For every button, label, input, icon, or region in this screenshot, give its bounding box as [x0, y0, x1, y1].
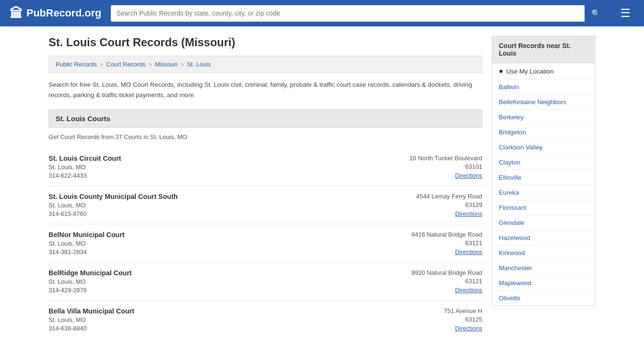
search-icon: 🔍: [591, 9, 601, 17]
court-address: 751 Avenue H 63125 Directions: [374, 307, 482, 332]
court-address: 8416 Natural Bridge Road 63121 Direction…: [374, 231, 482, 255]
court-zip: 63101: [374, 163, 482, 170]
court-street: 8920 Natural Bridge Road: [374, 269, 482, 276]
directions-link[interactable]: Directions: [455, 325, 482, 332]
court-phone: 314-615-8760: [49, 210, 374, 217]
sidebar-use-location[interactable]: ● Use My Location: [492, 63, 595, 80]
sidebar-item[interactable]: Manchester: [492, 261, 595, 276]
directions-link[interactable]: Directions: [455, 210, 482, 217]
sidebar-list: ● Use My Location BallwinBellefontaine N…: [492, 63, 595, 306]
court-zip: 63129: [374, 201, 482, 208]
sidebar-item[interactable]: Bridgeton: [492, 125, 595, 140]
court-directions: Directions: [374, 286, 482, 294]
directions-link[interactable]: Directions: [455, 287, 482, 294]
search-bar: 🔍: [111, 5, 607, 22]
sidebar-item[interactable]: Ballwin: [492, 80, 595, 95]
court-info: St. Louis Circuit Court St. Louis, MO 31…: [49, 155, 374, 179]
court-record: St. Louis County Municipal Court South S…: [49, 186, 482, 224]
sidebar-item[interactable]: Florissant: [492, 200, 595, 215]
sidebar-item[interactable]: Maplewood: [492, 276, 595, 291]
court-info: St. Louis County Municipal Court South S…: [49, 193, 374, 217]
court-record: St. Louis Circuit Court St. Louis, MO 31…: [49, 148, 482, 186]
court-city: St. Louis, MO: [49, 202, 374, 209]
courts-list: St. Louis Circuit Court St. Louis, MO 31…: [49, 148, 482, 338]
breadcrumb-court-records[interactable]: Court Records: [106, 61, 146, 68]
court-city: St. Louis, MO: [49, 240, 374, 247]
sidebar-item[interactable]: Clarkson Valley: [492, 140, 595, 155]
sidebar-header: Court Records near St. Louis: [492, 36, 595, 63]
courts-count: Get Court Records from 37 Courts in St. …: [49, 133, 482, 140]
court-city: St. Louis, MO: [49, 278, 374, 285]
court-zip: 63121: [374, 278, 482, 285]
menu-icon[interactable]: ☰: [617, 5, 635, 22]
logo-text: PubRecord.org: [26, 7, 101, 19]
description: Search for free St. Louis, MO Court Reco…: [49, 80, 482, 100]
court-city: St. Louis, MO: [49, 164, 374, 171]
court-name: St. Louis Circuit Court: [49, 155, 374, 162]
sidebar: Court Records near St. Louis ● Use My Lo…: [492, 36, 595, 338]
court-record: BelRidge Municipal Court St. Louis, MO 3…: [49, 263, 482, 301]
court-name: BelNor Municipal Court: [49, 231, 374, 239]
location-icon: ●: [499, 67, 504, 75]
search-button[interactable]: 🔍: [585, 5, 607, 22]
court-directions: Directions: [374, 210, 482, 217]
court-info: Bella Villa Municipal Court St. Louis, M…: [49, 307, 374, 332]
breadcrumb-sep-1: >: [99, 61, 103, 68]
court-phone: 314-622-4433: [49, 172, 374, 179]
courts-section-header: St. Louis Courts: [49, 109, 482, 128]
logo-icon: 🏛: [9, 6, 23, 21]
sidebar-item[interactable]: Bellefontaine Neighbors: [492, 95, 595, 110]
court-street: 4544 Lemay Ferry Road: [374, 193, 482, 200]
use-location-label: Use My Location: [506, 68, 554, 75]
court-directions: Directions: [374, 248, 482, 255]
page-title: St. Louis Court Records (Missouri): [49, 36, 482, 49]
sidebar-item[interactable]: Hazelwood: [492, 230, 595, 246]
sidebar-item[interactable]: Olivette: [492, 291, 595, 305]
court-address: 10 North Tucker Boulevard 63101 Directio…: [374, 155, 482, 179]
breadcrumb-sep-3: >: [181, 61, 184, 68]
sidebar-item[interactable]: Clayton: [492, 155, 595, 170]
court-phone: 314-429-2878: [49, 287, 374, 294]
site-header: 🏛 PubRecord.org 🔍 ☰: [0, 0, 644, 26]
court-street: 8416 Natural Bridge Road: [374, 231, 482, 238]
court-record: Bella Villa Municipal Court St. Louis, M…: [49, 301, 482, 338]
court-directions: Directions: [374, 172, 482, 179]
sidebar-item[interactable]: Eureka: [492, 185, 595, 200]
court-address: 4544 Lemay Ferry Road 63129 Directions: [374, 193, 482, 217]
page-content: St. Louis Court Records (Missouri) Publi…: [39, 26, 605, 348]
court-street: 10 North Tucker Boulevard: [374, 155, 482, 162]
court-phone: 314-381-2834: [49, 248, 374, 255]
site-logo[interactable]: 🏛 PubRecord.org: [9, 6, 101, 21]
court-name: BelRidge Municipal Court: [49, 269, 374, 277]
court-info: BelRidge Municipal Court St. Louis, MO 3…: [49, 269, 374, 294]
sidebar-item[interactable]: Glendale: [492, 215, 595, 230]
breadcrumb-sep-2: >: [149, 61, 152, 68]
court-zip: 63121: [374, 239, 482, 247]
directions-link[interactable]: Directions: [455, 172, 482, 179]
court-info: BelNor Municipal Court St. Louis, MO 314…: [49, 231, 374, 255]
breadcrumb-st-louis[interactable]: St. Louis: [187, 61, 211, 68]
court-name: Bella Villa Municipal Court: [49, 307, 374, 315]
breadcrumb: Public Records > Court Records > Missour…: [49, 56, 482, 73]
breadcrumb-public-records[interactable]: Public Records: [56, 61, 97, 68]
sidebar-item[interactable]: Kirkwood: [492, 246, 595, 261]
court-phone: 314-638-8840: [49, 325, 374, 332]
main-content: St. Louis Court Records (Missouri) Publi…: [49, 36, 482, 338]
court-record: BelNor Municipal Court St. Louis, MO 314…: [49, 224, 482, 263]
directions-link[interactable]: Directions: [455, 248, 482, 255]
court-address: 8920 Natural Bridge Road 63121 Direction…: [374, 269, 482, 294]
sidebar-item[interactable]: Ellisville: [492, 170, 595, 185]
sidebar-items-list: BallwinBellefontaine NeighborsBerkeleyBr…: [492, 80, 595, 305]
sidebar-item[interactable]: Berkeley: [492, 110, 595, 125]
court-city: St. Louis, MO: [49, 316, 374, 323]
court-directions: Directions: [374, 324, 482, 332]
breadcrumb-missouri[interactable]: Missouri: [155, 61, 177, 68]
court-name: St. Louis County Municipal Court South: [49, 193, 374, 200]
court-zip: 63125: [374, 316, 482, 323]
search-input[interactable]: [111, 6, 585, 21]
court-street: 751 Avenue H: [374, 307, 482, 314]
